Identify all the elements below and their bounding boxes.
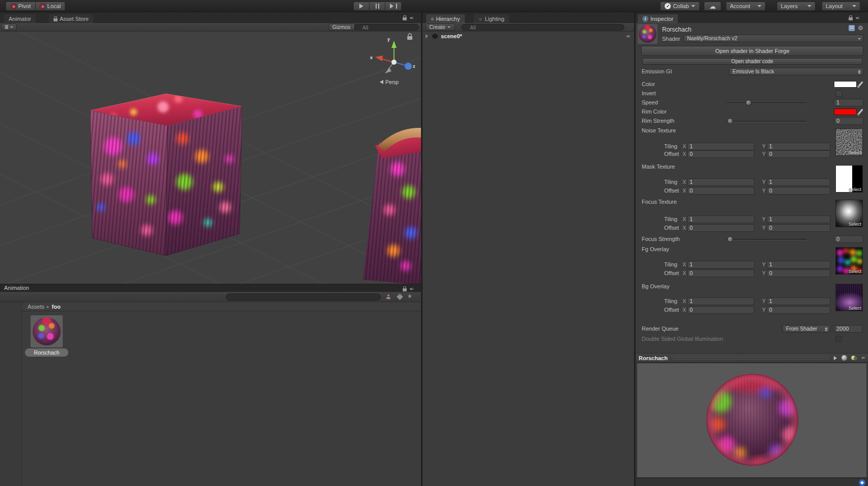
rim-strength-value-field[interactable]: 0	[834, 117, 863, 125]
tiling-y-field[interactable]: 1	[767, 261, 830, 268]
pivot-icon	[11, 4, 16, 9]
shader-dropdown[interactable]: Naelily/Rorschach v2	[683, 35, 863, 42]
pane-menu-icon[interactable]: ▾≡	[410, 16, 413, 20]
image-icon	[5, 25, 8, 29]
person-filter-icon[interactable]	[386, 294, 391, 300]
persp-toggle[interactable]: Persp	[380, 79, 399, 85]
tiling-y-field[interactable]: 1	[767, 143, 830, 150]
texture-mode-button[interactable]	[2, 23, 17, 31]
offset-y-field[interactable]: 0	[767, 150, 830, 158]
slider-handle[interactable]	[746, 100, 751, 105]
play-button[interactable]	[353, 2, 370, 11]
slider-handle[interactable]	[727, 236, 733, 242]
double-sided-checkbox[interactable]	[835, 336, 842, 342]
project-content[interactable]: Rorschach	[22, 311, 421, 486]
lock-icon[interactable]	[403, 288, 407, 291]
pane-menu-icon[interactable]: ▾≡	[856, 16, 859, 20]
scene-lock-icon[interactable]	[407, 34, 412, 40]
lock-icon[interactable]	[849, 17, 853, 20]
tiling-x-field[interactable]: 1	[687, 178, 754, 186]
tiling-x-field[interactable]: 1	[687, 215, 754, 223]
preview-light-icon[interactable]	[851, 356, 857, 361]
project-search-input[interactable]	[226, 293, 381, 301]
preview-play-icon[interactable]	[834, 356, 837, 360]
offset-y-field[interactable]: 0	[767, 306, 830, 314]
foldout-icon[interactable]	[426, 34, 428, 38]
tab-inspector[interactable]: i Inspector	[638, 14, 678, 23]
help-book-icon[interactable]	[849, 25, 855, 31]
favorites-icon[interactable]: ★	[407, 293, 412, 300]
render-queue-value-field[interactable]: 2000	[834, 325, 862, 333]
scene-viewport[interactable]: y x z Persp	[0, 32, 421, 284]
pane-menu-icon[interactable]: ▾≡	[626, 34, 630, 39]
hierarchy-search-input[interactable]	[461, 24, 624, 31]
tiling-x-field[interactable]: 1	[687, 298, 754, 305]
tiling-y-field[interactable]: 1	[767, 178, 830, 186]
gizmos-dropdown[interactable]: Gizmos	[329, 23, 355, 31]
breadcrumb-current[interactable]: foo	[52, 304, 61, 310]
scene-cube-object[interactable]	[90, 94, 242, 256]
eyedropper-icon[interactable]	[858, 81, 863, 87]
tab-lighting[interactable]: ☼ Lighting	[474, 14, 509, 23]
pause-button[interactable]	[370, 2, 385, 11]
label-filter-icon[interactable]	[397, 293, 403, 300]
focus-strength-value-field[interactable]: 0	[834, 235, 863, 243]
breadcrumb-root[interactable]: Assets	[28, 304, 44, 310]
open-shader-code-button[interactable]: Open shader code	[642, 58, 862, 65]
offset-x-field[interactable]: 0	[687, 187, 754, 195]
material-preview-header[interactable]: Rorschach ▾≡	[636, 353, 868, 363]
tiling-x-field[interactable]: 1	[687, 261, 754, 268]
preview-drag-handle[interactable]	[672, 356, 829, 360]
offset-x-field[interactable]: 0	[687, 269, 754, 277]
pane-menu-icon[interactable]: ▾≡	[861, 356, 865, 360]
hierarchy-scene-row[interactable]: scene0* ▾≡	[423, 32, 634, 40]
project-folder-column[interactable]	[0, 302, 22, 486]
speed-slider[interactable]	[726, 102, 806, 103]
asset-thumbnail[interactable]	[31, 315, 63, 347]
material-preview-thumb[interactable]	[638, 24, 657, 44]
tab-hierarchy[interactable]: ≡ Hierarchy	[426, 14, 465, 23]
focus-strength-slider[interactable]	[726, 239, 806, 240]
rim-strength-slider[interactable]	[726, 121, 806, 122]
offset-x-field[interactable]: 0	[687, 224, 754, 232]
layers-dropdown[interactable]: Layers	[777, 2, 816, 11]
invert-checkbox[interactable]	[835, 90, 842, 97]
pivot-button[interactable]: Pivot	[6, 2, 36, 11]
create-dropdown[interactable]: Create	[426, 23, 455, 31]
emission-gi-dropdown[interactable]: Emissive Is Black	[729, 68, 863, 75]
tiling-x-field[interactable]: 1	[687, 143, 754, 150]
cloud-button[interactable]: ☁	[704, 2, 721, 11]
local-button[interactable]: Local	[36, 2, 65, 11]
lock-icon[interactable]	[403, 17, 407, 20]
eyedropper-icon[interactable]	[858, 109, 863, 114]
account-dropdown[interactable]: Account	[726, 2, 766, 11]
tab-asset-store[interactable]: Asset Store	[49, 14, 93, 23]
scene-search-input[interactable]	[354, 24, 419, 31]
speed-value-field[interactable]: 1	[834, 99, 863, 106]
gear-icon[interactable]: ⚙	[858, 25, 863, 31]
tab-animator[interactable]: Animator	[4, 14, 36, 23]
assetbundle-tag-icon[interactable]	[859, 479, 865, 486]
color-swatch[interactable]	[834, 81, 857, 88]
tiling-y-field[interactable]: 1	[767, 215, 830, 223]
offset-x-field[interactable]: 0	[687, 306, 754, 314]
scene-cylinder-object[interactable]	[363, 128, 421, 284]
layout-dropdown[interactable]: Layout	[822, 2, 860, 11]
slider-handle[interactable]	[727, 118, 733, 124]
render-queue-dropdown[interactable]: From Shader	[782, 325, 830, 333]
offset-y-field[interactable]: 0	[767, 187, 830, 195]
material-preview-viewport[interactable]	[637, 363, 867, 478]
asset-label[interactable]: Rorschach	[25, 348, 68, 357]
collab-button[interactable]: ✓ Collab	[660, 2, 700, 11]
preview-sphere-icon[interactable]	[841, 355, 847, 361]
pane-menu-icon[interactable]: ▾≡	[410, 287, 413, 291]
rim-color-swatch[interactable]	[834, 109, 857, 115]
tiling-y-field[interactable]: 1	[767, 298, 830, 305]
step-button[interactable]	[385, 2, 402, 11]
offset-y-field[interactable]: 0	[767, 224, 830, 232]
offset-y-field[interactable]: 0	[767, 269, 830, 277]
tab-animation[interactable]: Animation	[4, 285, 29, 291]
open-shader-forge-button[interactable]: Open shader in Shader Forge	[641, 46, 863, 56]
offset-x-field[interactable]: 0	[687, 150, 754, 158]
scene-orientation-gizmo[interactable]: y x z	[370, 37, 415, 73]
